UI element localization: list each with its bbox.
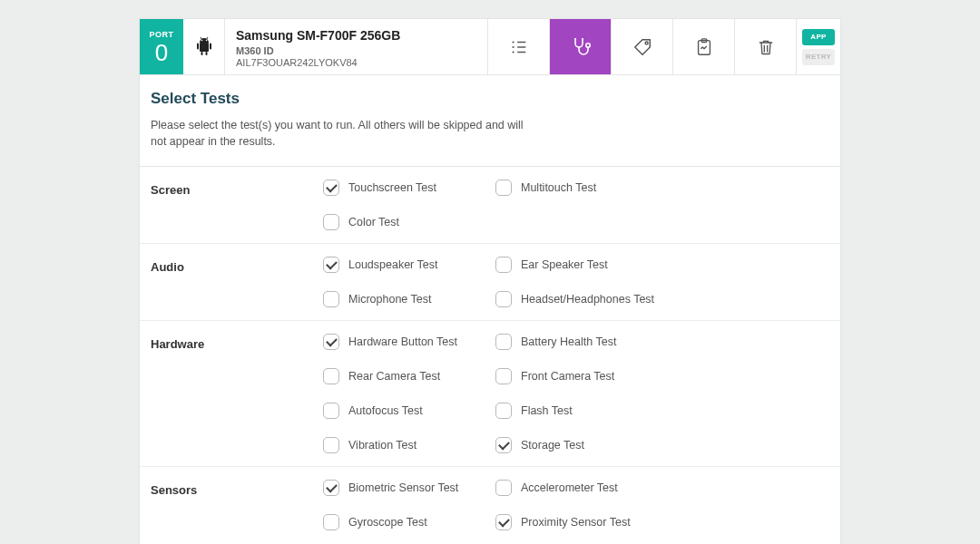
test-label: Storage Test: [521, 439, 584, 452]
intro-section: Select Tests Please select the test(s) y…: [140, 75, 840, 167]
test-item[interactable]: Flash Test: [495, 393, 668, 428]
port-label: PORT: [149, 30, 173, 39]
action-stack: APP RETRY: [797, 19, 840, 74]
test-group: ScreenTouchscreen TestMultitouch TestCol…: [140, 167, 840, 244]
test-item[interactable]: Microphone Test: [323, 282, 495, 316]
test-checkbox[interactable]: [323, 180, 339, 196]
test-label: Autofocus Test: [348, 404, 423, 417]
port-number: 0: [155, 41, 168, 64]
test-checkbox[interactable]: [323, 368, 339, 384]
test-label: Microphone Test: [348, 293, 432, 306]
diagnostics-button[interactable]: [550, 19, 612, 74]
test-checkbox[interactable]: [495, 403, 512, 419]
svg-rect-2: [210, 43, 211, 49]
test-item[interactable]: Accelerometer Test: [495, 471, 668, 505]
test-item[interactable]: Loudspeaker Test: [323, 248, 495, 282]
group-tests: Loudspeaker TestEar Speaker TestMicropho…: [323, 248, 829, 316]
test-checkbox[interactable]: [323, 214, 339, 230]
test-label: Biometric Sensor Test: [348, 481, 458, 494]
test-item[interactable]: Color Test: [323, 205, 495, 239]
test-label: Accelerometer Test: [521, 481, 618, 494]
m360-label: M360 ID: [236, 45, 476, 56]
test-item[interactable]: Vibration Test: [323, 428, 495, 462]
test-label: Proximity Sensor Test: [521, 516, 631, 529]
test-checkbox[interactable]: [323, 437, 339, 453]
test-label: Multitouch Test: [521, 181, 596, 194]
test-label: Front Camera Test: [521, 370, 614, 383]
test-checkbox[interactable]: [495, 291, 512, 307]
test-label: Ear Speaker Test: [521, 258, 608, 271]
test-item[interactable]: Magnetic Sensor Test: [495, 539, 668, 544]
group-tests: Hardware Button TestBattery Health TestR…: [323, 325, 829, 462]
test-checkbox[interactable]: [495, 514, 512, 530]
test-item[interactable]: Gyroscope Test: [323, 505, 495, 539]
test-item[interactable]: Ear Speaker Test: [495, 248, 668, 282]
svg-rect-3: [201, 52, 202, 55]
group-label: Sensors: [151, 471, 323, 544]
group-label: Screen: [151, 170, 323, 239]
test-item[interactable]: Touchscreen Test: [323, 170, 495, 205]
retry-button[interactable]: RETRY: [802, 49, 835, 65]
report-button[interactable]: [673, 19, 735, 74]
test-checkbox[interactable]: [495, 257, 512, 273]
test-item[interactable]: Hardware Button Test: [323, 325, 495, 359]
test-item[interactable]: Headset/Headphones Test: [495, 282, 668, 316]
svg-point-11: [512, 51, 514, 53]
test-label: Vibration Test: [348, 439, 416, 452]
test-checkbox[interactable]: [323, 403, 339, 419]
test-checkbox[interactable]: [323, 334, 339, 350]
test-item[interactable]: Autofocus Test: [323, 393, 495, 428]
test-checkbox[interactable]: [495, 480, 512, 496]
svg-point-17: [582, 38, 583, 40]
test-group: HardwareHardware Button TestBattery Heal…: [140, 321, 840, 467]
svg-point-10: [512, 45, 514, 47]
test-checkbox[interactable]: [495, 437, 512, 453]
group-label: Audio: [151, 248, 323, 316]
test-checkbox[interactable]: [323, 514, 339, 530]
test-label: Loudspeaker Test: [348, 258, 437, 271]
test-checkbox[interactable]: [495, 180, 512, 196]
device-info: Samsung SM-F700F 256GB M360 ID AIL7F3OUA…: [225, 19, 488, 74]
app-button[interactable]: APP: [802, 29, 835, 45]
delete-button[interactable]: [735, 19, 797, 74]
m360-id: AIL7F3OUAR242LYOKV84: [236, 57, 476, 68]
test-item[interactable]: Battery Health Test: [495, 325, 668, 359]
test-checkbox[interactable]: [323, 257, 339, 273]
test-groups: ScreenTouchscreen TestMultitouch TestCol…: [140, 167, 840, 544]
test-item[interactable]: Front Camera Test: [495, 359, 668, 393]
test-label: Color Test: [348, 216, 399, 228]
test-checkbox[interactable]: [323, 480, 339, 496]
test-checkbox[interactable]: [495, 334, 512, 350]
test-item[interactable]: Biometric Sensor Test: [323, 471, 495, 505]
device-name: Samsung SM-F700F 256GB: [236, 28, 476, 44]
platform-icon-box: [183, 19, 225, 74]
svg-line-5: [201, 37, 202, 40]
test-item[interactable]: Light Sensor Test: [323, 539, 495, 544]
group-tests: Touchscreen TestMultitouch TestColor Tes…: [323, 170, 829, 239]
group-label: Hardware: [151, 325, 323, 462]
tag-icon: [632, 37, 652, 57]
svg-point-8: [205, 39, 207, 41]
tag-button[interactable]: [612, 19, 673, 74]
test-item[interactable]: Rear Camera Test: [323, 359, 495, 393]
panel-header: PORT 0 Samsung SM-F700F 25: [140, 19, 840, 75]
svg-rect-4: [205, 52, 207, 55]
test-checkbox[interactable]: [495, 368, 512, 384]
test-group: SensorsBiometric Sensor TestAcceleromete…: [140, 467, 840, 544]
svg-point-15: [585, 43, 589, 46]
test-group: AudioLoudspeaker TestEar Speaker TestMic…: [140, 244, 840, 321]
svg-line-6: [206, 37, 208, 40]
svg-point-9: [512, 41, 514, 43]
test-label: Hardware Button Test: [348, 335, 457, 348]
test-item[interactable]: Storage Test: [495, 428, 668, 462]
group-tests: Biometric Sensor TestAccelerometer TestG…: [323, 471, 829, 544]
test-label: Flash Test: [521, 404, 573, 417]
page-title: Select Tests: [151, 90, 829, 108]
test-item[interactable]: Multitouch Test: [495, 170, 668, 205]
test-checkbox[interactable]: [323, 291, 339, 307]
test-item[interactable]: Proximity Sensor Test: [495, 505, 668, 539]
stethoscope-icon: [570, 36, 592, 58]
port-indicator: PORT 0: [140, 19, 183, 74]
list-view-button[interactable]: [488, 19, 550, 74]
test-label: Touchscreen Test: [348, 181, 436, 194]
